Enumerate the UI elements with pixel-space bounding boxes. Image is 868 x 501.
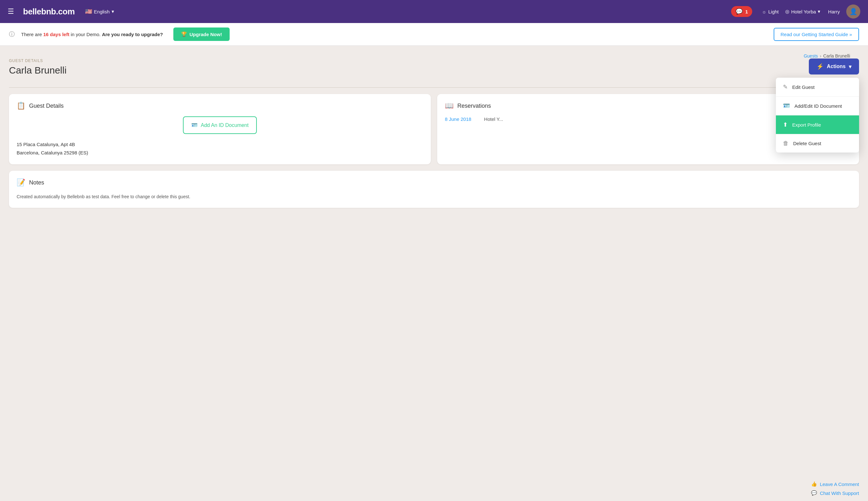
- location-icon: ◎: [785, 9, 789, 14]
- chat-icon: 💬: [735, 8, 743, 15]
- user-name: Harry: [828, 9, 840, 14]
- notes-text: Created automatically by Bellebnb as tes…: [17, 193, 851, 200]
- flag-icon: 🇺🇸: [85, 8, 92, 15]
- reservations-card-icon: 📖: [445, 102, 454, 110]
- page-header: GUEST DETAILS Carla Brunelli ⚡ Actions ▾…: [9, 58, 859, 82]
- notes-card-title: 📝 Notes: [17, 178, 851, 187]
- guest-address: 15 Placa Catalunya, Apt 4B Barcelona, Ca…: [17, 140, 423, 157]
- reservation-date[interactable]: 8 June 2018: [445, 116, 472, 122]
- chat-support-icon: 💬: [811, 490, 817, 496]
- breadcrumb-separator: ›: [820, 53, 821, 58]
- edit-icon: ✎: [783, 84, 788, 90]
- export-icon: ⬆: [783, 121, 788, 128]
- upgrade-label: Upgrade Now!: [190, 32, 222, 37]
- leave-comment-label: Leave A Comment: [820, 481, 859, 487]
- dropdown-delete-guest[interactable]: 🗑 Delete Guest: [776, 134, 859, 152]
- chevron-down-icon: ▾: [112, 9, 114, 14]
- days-left: 16 days left: [43, 32, 70, 37]
- dropdown-edit-guest[interactable]: ✎ Edit Guest: [776, 78, 859, 97]
- language-label: English: [94, 9, 110, 14]
- guest-card-title-label: Guest Details: [29, 103, 64, 109]
- guest-name-section: GUEST DETAILS Carla Brunelli: [9, 58, 66, 82]
- actions-container: ⚡ Actions ▾ ✎ Edit Guest 🪪 Add/Edit ID D…: [809, 58, 859, 74]
- id-document-icon: 🪪: [191, 122, 198, 128]
- demo-text: There are 16 days left in your Demo. Are…: [21, 32, 163, 37]
- avatar[interactable]: 👤: [846, 4, 860, 19]
- avatar-icon: 👤: [849, 8, 857, 15]
- hotel-name: Hotel Yorba: [791, 9, 816, 14]
- delete-icon: 🗑: [783, 140, 789, 147]
- page-title: Carla Brunelli: [9, 65, 66, 76]
- language-selector[interactable]: 🇺🇸 English ▾: [85, 8, 114, 15]
- bottom-actions: 👍 Leave A Comment 💬 Chat With Support: [802, 476, 868, 501]
- chat-support-label: Chat With Support: [820, 490, 859, 496]
- theme-toggle[interactable]: ☼ Light: [762, 9, 779, 14]
- theme-label: Light: [768, 9, 779, 14]
- edit-guest-label: Edit Guest: [792, 84, 815, 90]
- dropdown-add-edit-id[interactable]: 🪪 Add/Edit ID Document: [776, 97, 859, 115]
- trophy-icon: 🏆: [181, 31, 187, 37]
- address-line1: 15 Placa Catalunya, Apt 4B: [17, 140, 423, 149]
- demo-banner: ⓘ There are 16 days left in your Demo. A…: [0, 23, 868, 46]
- lightning-icon: ⚡: [816, 63, 824, 70]
- notes-title-label: Notes: [29, 179, 44, 186]
- site-logo: bellebnb.com: [23, 7, 75, 17]
- sun-icon: ☼: [762, 9, 766, 14]
- hotel-selector[interactable]: ◎ Hotel Yorba ▾: [785, 9, 821, 14]
- guest-section-label: GUEST DETAILS: [9, 58, 66, 63]
- guest-card-icon: 📋: [17, 102, 25, 110]
- upgrade-button[interactable]: 🏆 Upgrade Now!: [173, 28, 230, 41]
- breadcrumb-current: Carla Brunelli: [823, 53, 850, 58]
- section-divider: [9, 87, 859, 88]
- add-id-label: Add An ID Document: [201, 122, 248, 128]
- main-content: Guests › Carla Brunelli GUEST DETAILS Ca…: [0, 46, 868, 217]
- guest-details-card: 📋 Guest Details 🪪 Add An ID Document 15 …: [9, 94, 431, 164]
- getting-started-button[interactable]: Read our Getting Started Guide »: [774, 28, 859, 41]
- add-edit-id-label: Add/Edit ID Document: [794, 103, 842, 109]
- breadcrumb: Guests › Carla Brunelli: [9, 49, 859, 58]
- hamburger-icon[interactable]: ☰: [8, 7, 14, 16]
- actions-button[interactable]: ⚡ Actions ▾: [809, 58, 859, 74]
- navbar: ☰ bellebnb.com 🇺🇸 English ▾ 💬 1 ☼ Light …: [0, 0, 868, 23]
- chat-support-button[interactable]: 💬 Chat With Support: [811, 490, 859, 496]
- leave-comment-button[interactable]: 👍 Leave A Comment: [811, 481, 859, 487]
- breadcrumb-guests-link[interactable]: Guests: [804, 53, 818, 58]
- chevron-down-icon: ▾: [818, 9, 821, 14]
- delete-guest-label: Delete Guest: [793, 141, 821, 146]
- actions-label: Actions: [827, 64, 846, 70]
- notes-card: 📝 Notes Created automatically by Bellebn…: [9, 171, 859, 208]
- id-icon: 🪪: [783, 102, 790, 109]
- info-icon: ⓘ: [9, 30, 15, 38]
- actions-dropdown: ✎ Edit Guest 🪪 Add/Edit ID Document ⬆ Ex…: [776, 78, 859, 152]
- export-profile-label: Export Profile: [792, 122, 821, 128]
- cards-row: 📋 Guest Details 🪪 Add An ID Document 15 …: [9, 94, 859, 164]
- thumbs-up-icon: 👍: [811, 481, 817, 487]
- add-id-document-button[interactable]: 🪪 Add An ID Document: [183, 116, 257, 134]
- guest-card-title: 📋 Guest Details: [17, 102, 423, 110]
- chat-button[interactable]: 💬 1: [731, 6, 752, 17]
- chat-count: 1: [745, 9, 748, 14]
- reservation-hotel: Hotel Y...: [484, 116, 504, 122]
- chevron-down-icon: ▾: [849, 64, 851, 70]
- notes-card-icon: 📝: [17, 178, 25, 187]
- reservations-title-label: Reservations: [457, 103, 491, 109]
- address-line2: Barcelona, Catalunya 25298 (ES): [17, 149, 423, 157]
- dropdown-export-profile[interactable]: ⬆ Export Profile: [776, 115, 859, 134]
